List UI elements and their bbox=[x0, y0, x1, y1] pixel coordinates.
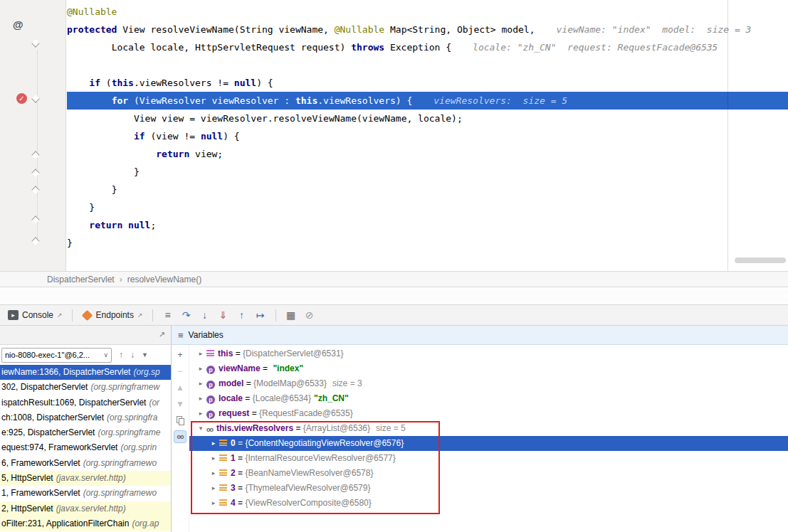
variable-reference: {Locale@6534} bbox=[253, 393, 311, 403]
frame-row[interactable]: 1, FrameworkServlet(org.springframewo bbox=[0, 486, 171, 501]
code-line[interactable]: } bbox=[67, 181, 788, 198]
variable-row[interactable]: ▸4 = {ViewResolverComposite@6580} bbox=[189, 496, 788, 511]
previous-frame-icon[interactable]: ↑ bbox=[119, 350, 123, 360]
variable-name: 1 bbox=[231, 453, 236, 463]
code-area[interactable]: @Nullableprotected View resolveViewName(… bbox=[67, 3, 788, 252]
fold-end-icon[interactable] bbox=[31, 237, 39, 245]
variable-row[interactable]: ▸pmodel = {ModelMap@6533}size = 3 bbox=[189, 376, 788, 391]
code-line[interactable]: if (this.viewResolvers != null) { bbox=[67, 74, 788, 92]
remove-watch-icon[interactable]: − bbox=[174, 365, 187, 378]
move-watch-down-icon[interactable]: ▼ bbox=[174, 398, 187, 410]
variable-row[interactable]: ▸2 = {BeanNameViewResolver@6578} bbox=[189, 466, 788, 481]
code-line[interactable]: } bbox=[67, 163, 788, 181]
fold-expanded-icon[interactable] bbox=[31, 39, 39, 47]
chevron-right-icon[interactable]: ▸ bbox=[209, 481, 218, 496]
chevron-right-icon[interactable]: ▸ bbox=[196, 391, 205, 406]
mute-breakpoints-icon[interactable]: ⊘ bbox=[302, 307, 317, 323]
variable-row[interactable]: ▸pviewName = "index" bbox=[189, 361, 788, 376]
chevron-down-icon[interactable]: ▾ bbox=[196, 421, 205, 436]
variable-row[interactable]: ▸1 = {InternalResourceViewResolver@6577} bbox=[189, 451, 788, 466]
step-over-icon[interactable]: ↷ bbox=[179, 307, 194, 323]
code-line[interactable]: protected View resolveViewName(String vi… bbox=[67, 21, 788, 38]
tab-console[interactable]: ▸ Console ↗ bbox=[4, 305, 66, 325]
filter-frames-icon[interactable]: ▼ bbox=[142, 351, 148, 358]
chevron-right-icon[interactable]: ▸ bbox=[209, 466, 218, 481]
variable-row[interactable]: ▸plocale = {Locale@6534}"zh_CN" bbox=[189, 391, 788, 406]
code-line[interactable]: return view; bbox=[67, 145, 788, 163]
frame-row[interactable]: iewName:1366, DispatcherServlet(org.sp bbox=[0, 365, 171, 380]
breadcrumb-item-class[interactable]: DispatcherServlet bbox=[47, 275, 115, 284]
code-token: @Nullable bbox=[67, 6, 117, 17]
code-line[interactable] bbox=[67, 56, 788, 74]
tab-endpoints[interactable]: Endpoints ↗ bbox=[78, 305, 147, 325]
fold-end-icon[interactable] bbox=[31, 151, 39, 159]
next-frame-icon[interactable]: ↓ bbox=[130, 350, 135, 360]
run-to-cursor-icon[interactable]: ↦ bbox=[253, 307, 268, 323]
view-breakpoints-icon[interactable]: ▦ bbox=[283, 307, 299, 323]
equals-sign: = bbox=[233, 349, 243, 358]
chevron-right-icon[interactable]: ▸ bbox=[196, 376, 205, 391]
chevron-right-icon[interactable]: ▸ bbox=[196, 346, 205, 361]
step-out-icon[interactable]: ↑ bbox=[234, 307, 250, 323]
chevron-right-icon[interactable]: ▸ bbox=[209, 451, 218, 466]
show-watches-icon[interactable]: oo bbox=[174, 430, 187, 443]
code-line[interactable]: for (ViewResolver viewResolver : this.vi… bbox=[67, 92, 788, 110]
breakpoint-verified-icon[interactable]: ✓ bbox=[16, 93, 27, 104]
chevron-right-icon[interactable]: ▸ bbox=[209, 436, 218, 451]
code-line[interactable]: Locale locale, HttpServletRequest reques… bbox=[67, 38, 788, 56]
debugger-inline-hint: locale: "zh_CN" request: RequestFacade@6… bbox=[473, 42, 718, 53]
fold-end-icon[interactable] bbox=[31, 169, 39, 176]
frame-row[interactable]: ispatchResult:1069, DispatcherServlet(or bbox=[0, 395, 171, 410]
copy-icon[interactable] bbox=[174, 414, 187, 427]
breadcrumb-item-method[interactable]: resolveViewName() bbox=[127, 275, 201, 284]
fold-end-icon[interactable] bbox=[31, 216, 39, 223]
code-line[interactable]: View view = viewResolver.resolveViewName… bbox=[67, 110, 788, 127]
variable-row[interactable]: ▸prequest = {RequestFacade@6535} bbox=[189, 406, 788, 421]
variable-row[interactable]: ▾oothis.viewResolvers = {ArrayList@6536}… bbox=[189, 421, 788, 436]
chevron-right-icon[interactable]: ▸ bbox=[196, 361, 205, 376]
variable-row[interactable]: ▸this = {DispatcherServlet@6531} bbox=[189, 346, 788, 361]
code-token: if bbox=[89, 78, 100, 88]
fold-end-icon[interactable] bbox=[31, 186, 39, 193]
code-line[interactable]: return null; bbox=[67, 216, 788, 234]
frame-row[interactable]: 2, HttpServlet(javax.servlet.http) bbox=[0, 501, 171, 516]
step-into-icon[interactable]: ↓ bbox=[197, 307, 213, 323]
frame-row[interactable]: equest:974, FrameworkServlet(org.sprin bbox=[0, 440, 171, 455]
variable-row[interactable]: ▸0 = {ContentNegotiatingViewResolver@657… bbox=[189, 436, 788, 451]
tab-endpoints-label: Endpoints bbox=[96, 310, 134, 320]
code-line[interactable]: } bbox=[67, 198, 788, 216]
frame-row[interactable]: 5, HttpServlet(javax.servlet.http) bbox=[0, 471, 171, 486]
add-watch-icon[interactable]: + bbox=[174, 349, 187, 361]
thread-selector-dropdown[interactable]: nio-8080-exec-1"@6,2... ∨ bbox=[1, 348, 112, 363]
code-token: null bbox=[234, 78, 256, 88]
code-token: ; bbox=[150, 220, 156, 230]
variable-name: this.viewResolvers bbox=[216, 423, 293, 433]
fold-expanded-icon[interactable] bbox=[31, 95, 39, 102]
code-line[interactable]: @Nullable bbox=[67, 3, 788, 21]
frame-row[interactable]: e:925, DispatcherServlet(org.springframe bbox=[0, 425, 171, 440]
move-watch-up-icon[interactable]: ▲ bbox=[174, 381, 187, 394]
chevron-right-icon[interactable]: ▸ bbox=[209, 496, 218, 511]
frame-package: (org.springframew bbox=[90, 382, 159, 392]
frame-row[interactable]: 6, FrameworkServlet(org.springframewo bbox=[0, 456, 171, 471]
equals-sign: = bbox=[236, 453, 246, 463]
variable-size: size = 5 bbox=[376, 423, 406, 433]
code-token: ) { bbox=[223, 131, 239, 142]
frame-row[interactable]: ch:1008, DispatcherServlet(org.springfra bbox=[0, 410, 171, 425]
frame-row[interactable]: 302, DispatcherServlet(org.springframew bbox=[0, 380, 171, 395]
chevron-right-icon[interactable]: ▸ bbox=[196, 406, 205, 421]
code-line[interactable]: if (view != null) { bbox=[67, 127, 788, 145]
frame-row[interactable]: oFilter:231, ApplicationFilterChain(org.… bbox=[0, 516, 171, 531]
annotation-gutter-icon[interactable]: @ bbox=[13, 18, 23, 31]
editor-horizontal-scrollbar[interactable] bbox=[735, 257, 786, 263]
hide-panel-icon[interactable]: ↗ bbox=[159, 330, 165, 339]
variables-menu-icon[interactable]: ≡ bbox=[178, 330, 184, 341]
code-token: view; bbox=[189, 149, 223, 159]
variable-row[interactable]: ▸3 = {ThymeleafViewResolver@6579} bbox=[189, 481, 788, 496]
code-editor[interactable]: @ ✓ @Nullableprotected View resolveViewN… bbox=[0, 0, 788, 271]
layout-settings-icon[interactable]: ≡ bbox=[160, 307, 176, 323]
frame-location: 2, HttpServlet bbox=[1, 504, 53, 514]
code-line[interactable]: } bbox=[67, 234, 788, 252]
equals-sign: = bbox=[261, 363, 270, 373]
force-step-into-icon[interactable]: ⇓ bbox=[216, 307, 231, 323]
